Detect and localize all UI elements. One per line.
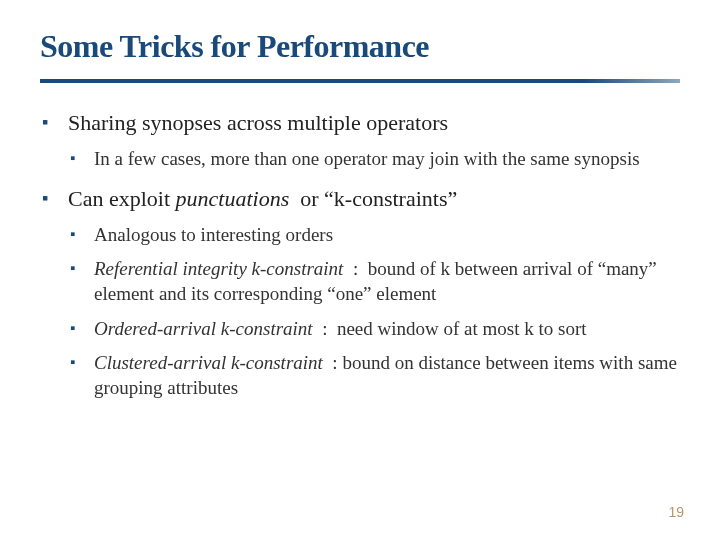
bullet-list-level2: Analogous to interesting orders Referent… (68, 223, 680, 401)
bullet-text: In a few cases, more than one operator m… (94, 148, 640, 169)
bullet-text-em: punctuations (176, 186, 290, 211)
bullet-item: Can exploit punctuations or “k-constrain… (40, 185, 680, 401)
title-underline (40, 79, 680, 83)
bullet-item: Ordered-arrival k-constraint : need wind… (68, 317, 680, 342)
bullet-text-em: Referential integrity k-constraint (94, 258, 343, 279)
page-number: 19 (668, 504, 684, 520)
bullet-text-pre: Can exploit (68, 186, 176, 211)
bullet-item: Referential integrity k-constraint : bou… (68, 257, 680, 306)
bullet-list-level2: In a few cases, more than one operator m… (68, 147, 680, 172)
bullet-text-rest: : need window of at most k to sort (313, 318, 587, 339)
slide-title: Some Tricks for Performance (40, 28, 680, 73)
bullet-list-level1: Sharing synopses across multiple operato… (40, 109, 680, 401)
bullet-text: Sharing synopses across multiple operato… (68, 110, 448, 135)
bullet-item: Clustered-arrival k-constraint : bound o… (68, 351, 680, 400)
bullet-item: Sharing synopses across multiple operato… (40, 109, 680, 171)
bullet-text-em: Ordered-arrival k-constraint (94, 318, 313, 339)
slide: Some Tricks for Performance Sharing syno… (0, 0, 720, 540)
bullet-text-em: Clustered-arrival k-constraint (94, 352, 323, 373)
bullet-item: In a few cases, more than one operator m… (68, 147, 680, 172)
bullet-text-post: or “k-constraints” (289, 186, 457, 211)
bullet-text: Analogous to interesting orders (94, 224, 333, 245)
bullet-item: Analogous to interesting orders (68, 223, 680, 248)
